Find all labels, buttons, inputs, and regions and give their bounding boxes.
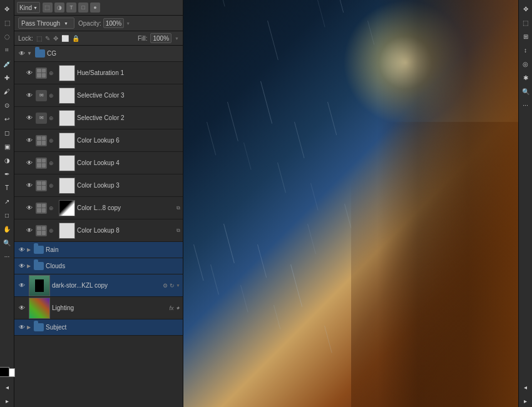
more-tools[interactable]: ··· <box>1 250 13 263</box>
opacity-value[interactable]: 100% <box>103 18 125 28</box>
thumb-lookup-4 <box>59 155 75 171</box>
right-tool-3[interactable]: ⊞ <box>519 30 532 43</box>
lock-all-icon[interactable]: 🔒 <box>72 35 79 42</box>
lock-pixels-icon[interactable]: ✎ <box>45 35 50 42</box>
hand-tool[interactable]: ✋ <box>1 223 13 235</box>
type-icon-selective-3: ✉ <box>36 90 47 101</box>
eye-lookup-3[interactable]: 👁 <box>24 181 34 191</box>
eye-cg[interactable]: 👁 <box>17 49 27 59</box>
eye-lookup-6[interactable]: 👁 <box>24 136 34 146</box>
zoom-tool[interactable]: 🔍 <box>1 236 13 249</box>
type-icon-selective-2: ✉ <box>36 113 47 124</box>
layer-selective-2[interactable]: 👁 ✉ ⊕ Selective Color 2 <box>14 107 183 129</box>
group-clouds[interactable]: 👁 ▶ Clouds <box>14 258 183 274</box>
filter-icons: ⬚ ◑ T □ ● <box>43 3 100 13</box>
lock-artboard-icon[interactable]: ⬜ <box>61 35 69 42</box>
eye-subject[interactable]: 👁 <box>17 323 27 333</box>
blend-mode-label: Pass Through <box>21 20 60 27</box>
eye-lookup-4[interactable]: 👁 <box>24 158 34 168</box>
right-toolbar: ✥ ⬚ ⊞ ↕ ◎ ✱ 🔍 ··· ◂ ▸ <box>518 0 532 407</box>
filter-smart-icon[interactable]: ● <box>90 3 100 13</box>
type-icon-lookup-8 <box>36 225 47 236</box>
canvas-area <box>183 0 518 407</box>
copy-badge-8: ⧉ <box>176 228 180 234</box>
heal-tool[interactable]: ✚ <box>1 71 13 84</box>
blend-mode-dropdown[interactable]: Pass Through ▼ <box>18 18 74 29</box>
filter-shape-icon[interactable]: □ <box>78 3 88 13</box>
right-tool-1[interactable]: ✥ <box>519 3 532 15</box>
filter-adjust-icon[interactable]: ◑ <box>54 3 64 13</box>
layer-lighting[interactable]: 👁 Lighting fx ✦ <box>14 297 183 319</box>
history-tool[interactable]: ↩ <box>1 113 13 125</box>
filter-kind-dropdown[interactable]: Kind ▼ <box>17 2 40 13</box>
opacity-row: Opacity: 100% ▼ <box>78 18 130 28</box>
link-lookup-6: ⊕ <box>49 138 56 144</box>
fill-label: Fill: <box>138 35 148 42</box>
eye-hue-sat[interactable]: 👁 <box>24 68 34 78</box>
layer-lookup-4[interactable]: 👁 ⊕ Color Lookup 4 <box>14 152 183 174</box>
layer-lookup-copy[interactable]: 👁 ⊕ Color L...8 copy ⧉ <box>14 197 183 219</box>
crop-tool[interactable]: ⌗ <box>1 44 13 56</box>
thumb-selective-2 <box>59 110 75 126</box>
eye-dark-stor[interactable]: 👁 <box>17 281 27 291</box>
pen-tool[interactable]: ✒ <box>1 168 13 180</box>
eye-rain[interactable]: 👁 <box>17 245 27 255</box>
link-lookup-3: ⊕ <box>49 183 56 189</box>
clone-tool[interactable]: ⊙ <box>1 99 13 111</box>
eye-lookup-8[interactable]: 👁 <box>24 226 34 236</box>
foreground-color[interactable] <box>0 367 9 377</box>
dodge-tool[interactable]: ◑ <box>1 154 13 166</box>
smart-badge: ⚙ <box>163 283 168 289</box>
navigate-next[interactable]: ▸ <box>1 394 13 407</box>
right-more[interactable]: ··· <box>519 99 532 111</box>
select-tool[interactable]: ⬚ <box>1 16 13 29</box>
group-cg[interactable]: 👁 ▼ CG <box>14 46 183 62</box>
eye-lookup-copy[interactable]: 👁 <box>24 203 34 213</box>
group-rain[interactable]: 👁 ▶ Rain <box>14 242 183 258</box>
move-tool[interactable]: ✥ <box>1 3 13 15</box>
gradient-tool[interactable]: ▣ <box>1 140 13 153</box>
panel-toolbar: Kind ▼ ⬚ ◑ T □ ● <box>14 0 183 16</box>
link-selective-2: ⊕ <box>49 115 56 121</box>
lock-position-icon[interactable]: ✥ <box>53 35 58 42</box>
right-nav-prev[interactable]: ◂ <box>519 381 532 393</box>
eye-selective-2[interactable]: 👁 <box>24 113 34 123</box>
path-tool[interactable]: ↗ <box>1 195 13 208</box>
thumb-lookup-3 <box>59 178 75 194</box>
right-nav-next[interactable]: ▸ <box>519 394 532 407</box>
eye-selective-3[interactable]: 👁 <box>24 91 34 101</box>
text-tool[interactable]: T <box>1 181 13 194</box>
group-subject[interactable]: 👁 ▶ Subject <box>14 319 183 336</box>
brush-tool[interactable]: 🖌 <box>1 85 13 98</box>
lock-transparency-icon[interactable]: ⬚ <box>36 35 42 42</box>
filter-type-icon[interactable]: T <box>66 3 76 13</box>
layer-lookup-3[interactable]: 👁 ⊕ Color Lookup 3 <box>14 174 183 197</box>
right-tool-5[interactable]: ◎ <box>519 58 532 70</box>
type-icon-lookup-4 <box>36 158 47 169</box>
filter-pixel-icon[interactable]: ⬚ <box>43 3 53 13</box>
layer-hue-sat[interactable]: 👁 ⊕ Hue/Saturation 1 <box>14 62 183 84</box>
group-rain-name: Rain <box>46 246 180 253</box>
eraser-tool[interactable]: ◻ <box>1 126 13 139</box>
fill-arrow: ▼ <box>175 36 179 41</box>
layer-lookup-6[interactable]: 👁 ⊕ Color Lookup 6 <box>14 129 183 152</box>
lock-label: Lock: <box>18 35 33 42</box>
right-tool-4[interactable]: ↕ <box>519 44 532 56</box>
right-tool-6[interactable]: ✱ <box>519 71 532 84</box>
layer-dark-stor[interactable]: 👁 dark-stor...KZL copy ⚙ ↻ ▼ <box>14 274 183 297</box>
canvas-image[interactable] <box>183 0 518 407</box>
eye-clouds[interactable]: 👁 <box>17 261 27 271</box>
face-profile <box>317 0 518 407</box>
navigate-prev[interactable]: ◂ <box>1 381 13 393</box>
filter-kind-label: Kind <box>19 4 32 11</box>
right-tool-2[interactable]: ⬚ <box>519 16 532 29</box>
shape-tool[interactable]: □ <box>1 209 13 221</box>
layer-selective-3[interactable]: 👁 ✉ ⊕ Selective Color 3 <box>14 84 183 107</box>
eye-lighting[interactable]: 👁 <box>17 303 27 313</box>
right-zoom-in[interactable]: 🔍 <box>519 85 532 98</box>
lasso-tool[interactable]: ◌ <box>1 30 13 43</box>
layer-lookup-8[interactable]: 👁 ⊕ Color Lookup 8 ⧉ <box>14 219 183 242</box>
fill-value[interactable]: 100% <box>150 33 171 43</box>
eyedropper-tool[interactable]: 💉 <box>1 58 13 70</box>
layers-panel: Kind ▼ ⬚ ◑ T □ ● Pass Through ▼ Opacity:… <box>14 0 183 407</box>
